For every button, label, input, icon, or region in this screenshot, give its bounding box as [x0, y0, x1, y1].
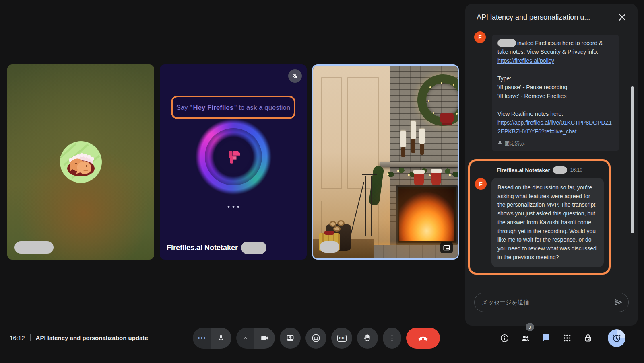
- video-tile-participant[interactable]: [7, 64, 154, 260]
- mic-control: [193, 328, 231, 349]
- raise-hand-icon: [363, 333, 372, 343]
- chat-message-input[interactable]: [482, 299, 614, 306]
- picture-in-picture-icon: [443, 245, 450, 251]
- more-options-button[interactable]: [383, 328, 401, 349]
- chat-button-active[interactable]: [536, 329, 557, 347]
- cmd-pause: '/ff pause' - Pause recording: [497, 84, 567, 90]
- redacted-suffix-pill: [553, 166, 567, 174]
- message-bubble: invited Fireflies.ai here to record & ta…: [492, 35, 619, 151]
- divider: [30, 334, 31, 341]
- pip-button[interactable]: [440, 242, 453, 253]
- timer-extension-button[interactable]: [608, 329, 625, 347]
- participant-name-redacted: [14, 241, 54, 254]
- divider: [602, 331, 602, 345]
- end-call-button[interactable]: [406, 328, 440, 349]
- avatar-fireflies: F: [475, 178, 487, 190]
- host-controls-lock-icon: [583, 333, 593, 343]
- say-suffix: " to ask a question: [234, 104, 290, 111]
- end-call-icon: [417, 332, 429, 344]
- sender-name: Fireflies.ai Notetaker: [497, 167, 550, 173]
- current-time: 16:12: [10, 334, 25, 341]
- mic-off-icon: [291, 72, 299, 80]
- more-dots-icon: [198, 337, 205, 339]
- realtime-notes-link[interactable]: https://app.fireflies.ai/live/01KCTPP8DG…: [497, 118, 613, 136]
- mic-icon: [217, 334, 225, 342]
- redacted-name-pill: [497, 39, 516, 47]
- chevron-up-icon: [242, 334, 249, 342]
- mic-options-button[interactable]: [193, 328, 211, 349]
- typing-indicator: [227, 206, 239, 208]
- video-tile-active-speaker[interactable]: [312, 64, 459, 260]
- send-icon[interactable]: [614, 298, 623, 307]
- activities-button[interactable]: [557, 329, 578, 347]
- call-controls: CC: [193, 328, 440, 349]
- fireplace-scene: [313, 66, 458, 258]
- say-prefix: Say ": [176, 104, 192, 111]
- fireflies-orb: [194, 118, 272, 196]
- fireflies-hint-box: Say "Hey Fireflies" to ask a question: [171, 96, 295, 119]
- chat-icon: [541, 333, 551, 343]
- captions-icon: CC: [337, 335, 347, 342]
- raise-hand-button[interactable]: [357, 328, 378, 349]
- camera-options-button[interactable]: [236, 328, 254, 349]
- close-chat-button[interactable]: [614, 9, 630, 25]
- speaker-name-redacted: [320, 241, 339, 253]
- info-icon: [500, 334, 509, 343]
- present-screen-button[interactable]: [280, 328, 301, 349]
- camera-toggle-button[interactable]: [254, 328, 275, 349]
- type-label: Type:: [497, 75, 511, 82]
- chat-message-fireflies-info: F invited Fireflies.ai here to record & …: [465, 35, 638, 151]
- cmd-leave: '/ff leave' - Remove Fireflies: [497, 93, 567, 99]
- participant-avatar: [60, 141, 102, 183]
- close-icon: [618, 13, 626, 21]
- meeting-title: API latency and personalization update: [36, 334, 148, 341]
- meeting-info-controls: 3: [494, 329, 625, 347]
- avatar-fireflies: F: [474, 31, 486, 43]
- pushpin-icon: [497, 141, 502, 146]
- pinned-label: 固定済み: [505, 139, 525, 148]
- caption-redacted: [241, 242, 266, 254]
- present-screen-icon: [285, 333, 295, 343]
- host-controls-button[interactable]: [578, 329, 599, 347]
- pinned-indicator: 固定済み: [497, 139, 613, 148]
- chat-scrollbar[interactable]: [631, 86, 634, 233]
- meeting-details-button[interactable]: [494, 329, 515, 347]
- emoji-icon: [311, 333, 321, 343]
- mic-toggle-button[interactable]: [211, 328, 231, 349]
- mic-muted-badge: [288, 69, 302, 83]
- say-bold: Hey Fireflies: [193, 104, 234, 111]
- chat-messages-viewport[interactable]: F invited Fireflies.ai here to record & …: [465, 31, 638, 291]
- chat-panel-title: API latency and personalization u...: [477, 13, 614, 22]
- notes-label: View Realtime notes here:: [497, 111, 563, 117]
- participants-button[interactable]: 3: [515, 329, 536, 347]
- camera-control: [236, 328, 275, 349]
- chat-panel: API latency and personalization u... F i…: [465, 4, 638, 326]
- participants-count-badge: 3: [526, 323, 534, 331]
- video-tile-notetaker[interactable]: Say "Hey Fireflies" to ask a question Fi…: [160, 64, 307, 260]
- notetaker-caption: Fireflies.ai Notetaker: [167, 244, 238, 252]
- message-bubble: Based on the discussion so far, you're a…: [491, 178, 604, 267]
- reactions-button[interactable]: [305, 328, 326, 349]
- camera-icon: [260, 334, 269, 342]
- timer-clock-icon: [611, 333, 622, 343]
- policy-link[interactable]: https://fireflies.ai/policy: [497, 56, 554, 65]
- captions-button[interactable]: CC: [331, 328, 352, 349]
- people-icon: [520, 333, 530, 343]
- chat-message-highlighted: Fireflies.ai Notetaker 16:10 F Based on …: [468, 159, 611, 275]
- more-vert-icon: [388, 334, 396, 342]
- message-timestamp: 16:10: [570, 167, 582, 173]
- chat-input-container: [474, 293, 629, 312]
- apps-grid-icon: [563, 334, 572, 342]
